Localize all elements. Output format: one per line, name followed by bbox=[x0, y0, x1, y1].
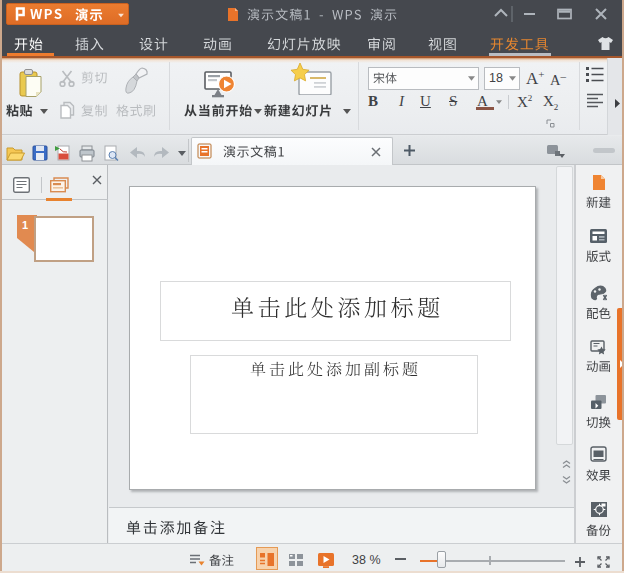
svg-text:1: 1 bbox=[22, 219, 28, 231]
